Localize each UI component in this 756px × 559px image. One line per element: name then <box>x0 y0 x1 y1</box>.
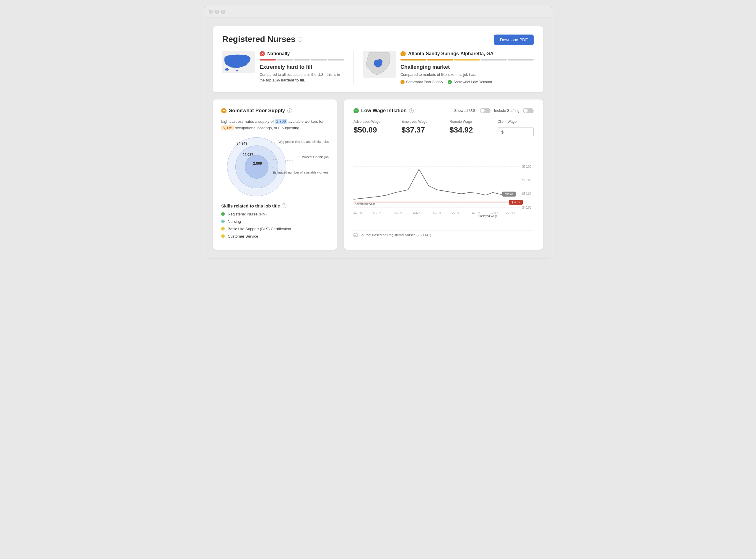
svg-text:Jun '22: Jun '22 <box>489 212 498 215</box>
skill-dot-4 <box>221 234 225 238</box>
remote-wage-value: $34.92 <box>450 126 486 135</box>
local-status-title: Challenging market <box>401 64 534 70</box>
demand-icon: ✓ <box>448 80 452 84</box>
advertised-wage-value: $50.09 <box>353 126 390 135</box>
national-status-desc: Compared to all occupations in the U.S.,… <box>260 72 344 83</box>
supply-icon: − <box>401 80 405 84</box>
local-label-text: Atlanta-Sandy Springs-Alpharetta, GA <box>408 51 494 57</box>
top-card-header: Registered Nurses i Download PDF <box>222 35 534 45</box>
supply-demand-row: − Somewhat Poor Supply ✓ Somewhat Low De… <box>401 80 534 84</box>
national-desc-bold: top 10% hardest to fill. <box>266 78 305 82</box>
wage-header: ✓ Low Wage Inflation i Show all U.S. Inc… <box>353 108 534 114</box>
skill-dot-2 <box>221 220 225 223</box>
supply-panel: − Somewhat Poor Supply i Lightcast estim… <box>213 99 337 250</box>
bar-seg-5 <box>328 59 344 61</box>
wage-title-text: Low Wage Inflation <box>361 108 407 114</box>
local-bar-seg-4 <box>481 59 507 61</box>
title-info-icon[interactable]: i <box>298 37 302 42</box>
local-bar-seg-3 <box>454 59 480 61</box>
svg-text:Feb '20: Feb '20 <box>353 212 363 215</box>
local-bar-seg-5 <box>507 59 534 61</box>
venn-lines <box>221 137 329 196</box>
skill-label-1: Registered Nurse (RN) <box>228 212 267 216</box>
svg-text:$40.00: $40.00 <box>522 206 531 209</box>
svg-text:$50.00: $50.00 <box>522 192 531 195</box>
skill-item-2: Nursing <box>221 219 329 224</box>
venn-outer-label: Workers in this job and similar jobs <box>279 140 329 144</box>
local-status-desc: Compared to markets of like-size, this j… <box>401 72 534 77</box>
supply-label: Somewhat Poor Supply <box>406 80 443 84</box>
venn-mid-number: 44,087 <box>242 153 253 157</box>
skills-info-icon[interactable]: i <box>282 203 286 208</box>
minimize-btn[interactable] <box>215 10 219 14</box>
skill-dot-3 <box>221 227 225 230</box>
svg-rect-29 <box>353 234 358 237</box>
skill-label-2: Nursing <box>228 219 241 224</box>
top-card: Registered Nurses i Download PDF <box>213 26 543 92</box>
source-icon <box>353 233 358 237</box>
remote-wage-label: Remote Wage <box>450 119 486 124</box>
svg-text:$50.09: $50.09 <box>505 193 513 196</box>
supply-number: 2,809 <box>275 119 287 124</box>
local-status-icon: − <box>401 51 406 57</box>
wage-chart: $40.00 $50.00 $60.00 $70.00 $37.37 Adver… <box>353 144 534 227</box>
svg-text:Jun '20: Jun '20 <box>373 212 382 215</box>
demand-label: Somewhat Low Demand <box>453 80 492 84</box>
postings-number: 5,335 <box>221 126 234 131</box>
skill-item-1: Registered Nurse (RN) <box>221 212 329 216</box>
wage-title-row: ✓ Low Wage Inflation i <box>353 108 414 114</box>
skills-section: Skills related to this job title i Regis… <box>221 203 329 239</box>
bar-seg-3 <box>294 59 310 61</box>
supply-panel-title: − Somewhat Poor Supply i <box>221 108 329 114</box>
show-all-us-toggle[interactable] <box>480 108 491 113</box>
include-staffing-label: Include Staffing <box>494 109 519 113</box>
national-label: ✕ Nationally <box>260 51 344 57</box>
employed-wage-col: Employed Wage $37.37 <box>402 119 438 137</box>
include-staffing-toggle[interactable] <box>523 108 534 113</box>
client-wage-input[interactable] <box>498 127 534 137</box>
window-frame: Registered Nurses i Download PDF <box>204 6 552 259</box>
national-status-bar <box>260 59 344 61</box>
venn-inner-label: Estimated number of available workers <box>273 170 329 175</box>
source-text: Source: Based on Registered Nurses (29-1… <box>360 233 431 237</box>
svg-text:$37.37: $37.37 <box>512 201 520 204</box>
national-status-title: Extremely hard to fill <box>260 64 344 70</box>
wage-panel: ✓ Low Wage Inflation i Show all U.S. Inc… <box>344 99 543 250</box>
skill-item-3: Basic Life Support (BLS) Certification <box>221 227 329 231</box>
skills-title-text: Skills related to this job title <box>221 203 280 208</box>
national-status-icon: ✕ <box>260 51 265 57</box>
svg-text:Feb '22: Feb '22 <box>471 212 480 215</box>
supply-status-icon: − <box>221 108 226 113</box>
svg-text:Oct '22: Oct '22 <box>506 212 515 215</box>
toggle-knob-1 <box>480 109 484 113</box>
advertised-wage-label: Advertised Wage <box>353 119 390 124</box>
wage-columns: Advertised Wage $50.09 Employed Wage $37… <box>353 119 534 137</box>
maximize-btn[interactable] <box>221 10 225 14</box>
client-wage-label: Client Wage <box>498 119 534 124</box>
svg-text:$60.00: $60.00 <box>522 179 531 182</box>
toggle-group: Show all U.S. Include Staffing <box>454 108 534 113</box>
supply-info-icon[interactable]: i <box>287 108 292 113</box>
georgia-map <box>363 51 396 73</box>
us-map <box>222 51 255 73</box>
page-title-text: Registered Nurses <box>222 35 295 44</box>
supply-item: − Somewhat Poor Supply <box>401 80 443 84</box>
close-btn[interactable] <box>209 10 213 14</box>
skill-dot-1 <box>221 212 225 216</box>
supply-desc-prefix: Lightcast estimates a supply of <box>221 119 274 124</box>
supply-desc-suffix: occupational postings, or 0.53/posting. <box>235 126 300 130</box>
download-pdf-button[interactable]: Download PDF <box>494 35 534 45</box>
venn-inner-number: 2,809 <box>253 161 262 165</box>
wage-info-icon[interactable]: i <box>409 108 414 113</box>
local-bar-seg-2 <box>427 59 453 61</box>
page-title: Registered Nurses i <box>222 35 302 44</box>
skills-list: Registered Nurse (RN) Nursing Basic Life… <box>221 212 329 239</box>
venn-diagram: 2,809 44,087 84,949 Workers in this job … <box>221 137 329 196</box>
local-bar-seg-1 <box>401 59 427 61</box>
advertised-wage-col: Advertised Wage $50.09 <box>353 119 390 137</box>
svg-text:Employed Wage: Employed Wage <box>478 215 498 218</box>
svg-text:Advertised Wage: Advertised Wage <box>355 202 376 205</box>
show-all-us-label: Show all U.S. <box>454 109 476 113</box>
supply-description: Lightcast estimates a supply of 2,809 av… <box>221 118 329 131</box>
employed-wage-value: $37.37 <box>402 126 438 135</box>
